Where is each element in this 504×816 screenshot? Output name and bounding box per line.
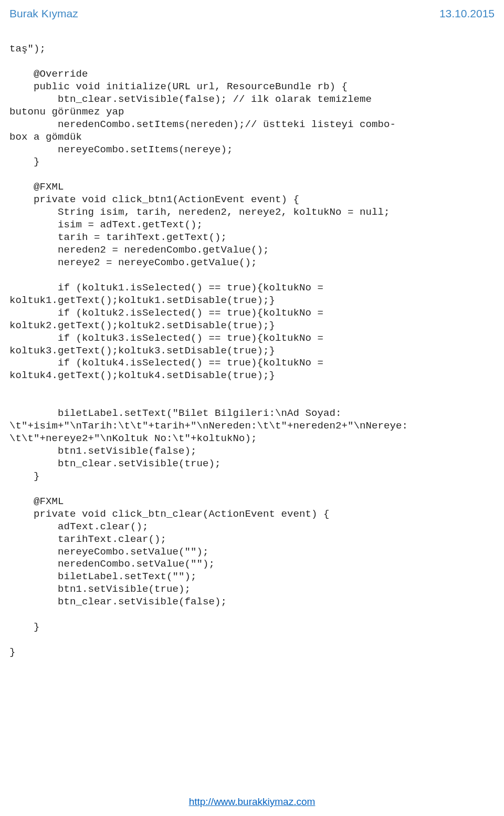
document-date: 13.10.2015 [439, 7, 495, 20]
footer-link[interactable]: http://www.burakkiymaz.com [189, 796, 316, 807]
code-block: taş"); @Override public void initialize(… [9, 43, 495, 659]
author-name: Burak Kıymaz [9, 7, 78, 20]
page-footer: http://www.burakkiymaz.com [0, 796, 504, 808]
page-header: Burak Kıymaz 13.10.2015 [9, 7, 495, 20]
